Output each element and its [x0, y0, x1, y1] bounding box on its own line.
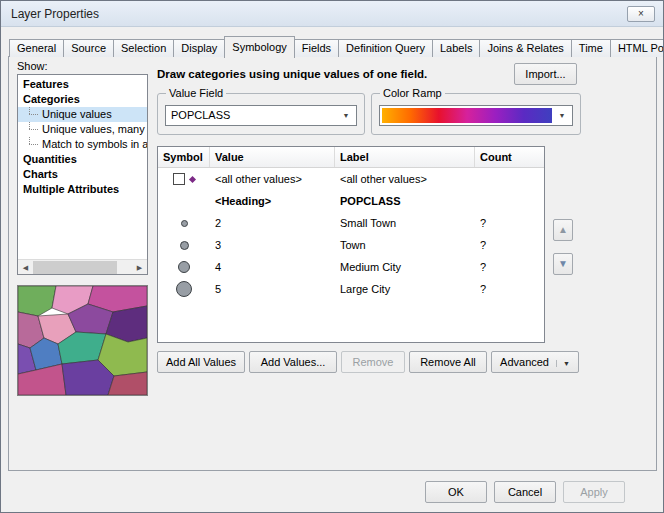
count-cell: ? [475, 217, 544, 229]
symbology-tab-page: Show: Features Categories Unique values … [8, 56, 657, 471]
label-cell: Town [335, 239, 475, 251]
add-values-button[interactable]: Add Values... [249, 351, 337, 373]
all-other-values-checkbox[interactable] [173, 173, 185, 185]
scrollbar-thumb[interactable] [33, 261, 117, 274]
value-cell: 5 [210, 283, 335, 295]
value-field-dropdown[interactable]: POPCLASS ▼ [165, 105, 357, 126]
value-field-group: Value Field POPCLASS ▼ [157, 93, 365, 135]
tab-source[interactable]: Source [63, 39, 114, 57]
move-down-button[interactable]: ▼ [553, 253, 573, 275]
tab-general[interactable]: General [9, 39, 64, 57]
label-cell: POPCLASS [335, 195, 475, 207]
value-field-label: Value Field [166, 87, 226, 99]
show-tree: Features Categories Unique values Unique… [17, 74, 148, 275]
table-header: Symbol Value Label Count [158, 147, 544, 168]
import-button[interactable]: Import... [514, 63, 577, 85]
symbol-cell [158, 281, 210, 297]
advanced-button[interactable]: Advanced▼ [491, 351, 579, 373]
tree-item-features[interactable]: Features [18, 77, 147, 92]
close-button[interactable]: × [627, 6, 655, 22]
graduated-circle-symbol[interactable] [176, 281, 192, 297]
graduated-circle-symbol[interactable] [180, 241, 189, 250]
layer-properties-dialog: Layer Properties × General Source Select… [0, 0, 664, 513]
apply-button[interactable]: Apply [563, 481, 625, 503]
symbol-cell [158, 220, 210, 227]
titlebar[interactable]: Layer Properties × [1, 1, 663, 27]
symbol-cell [158, 173, 210, 185]
label-cell: Large City [335, 283, 475, 295]
color-ramp-dropdown[interactable]: ▼ [379, 105, 573, 126]
value-cell: <Heading> [210, 195, 335, 207]
remove-button[interactable]: Remove [341, 351, 405, 373]
tree-horizontal-scrollbar[interactable]: ◀ ▶ [18, 259, 147, 274]
chevron-down-icon[interactable]: ▼ [338, 106, 354, 125]
add-all-values-button[interactable]: Add All Values [157, 351, 245, 373]
value-field-selected-value: POPCLASS [166, 106, 356, 125]
count-cell: ? [475, 283, 544, 295]
symbol-cell [158, 241, 210, 250]
value-cell: 2 [210, 217, 335, 229]
column-header-count[interactable]: Count [475, 147, 544, 167]
tab-joins-relates[interactable]: Joins & Relates [479, 39, 571, 57]
graduated-circle-symbol[interactable] [178, 261, 190, 273]
tree-item-multiple-attributes[interactable]: Multiple Attributes [18, 182, 147, 197]
table-row[interactable]: 3 Town ? [158, 234, 544, 256]
scroll-right-icon[interactable]: ▶ [132, 260, 147, 275]
ok-button[interactable]: OK [425, 481, 487, 503]
tree-item-categories[interactable]: Categories [18, 92, 147, 107]
value-cell: <all other values> [210, 173, 335, 185]
advanced-button-label: Advanced [500, 356, 549, 368]
column-header-label[interactable]: Label [335, 147, 475, 167]
table-row[interactable]: <all other values> <all other values> [158, 168, 544, 190]
tab-strip: General Source Selection Display Symbolo… [9, 35, 664, 57]
chevron-down-icon: ▼ [556, 360, 570, 367]
graduated-circle-symbol[interactable] [181, 220, 188, 227]
label-cell: Medium City [335, 261, 475, 273]
instruction-text: Draw categories using unique values of o… [157, 68, 427, 80]
tree-item-quantities[interactable]: Quantities [18, 152, 147, 167]
tab-display[interactable]: Display [173, 39, 225, 57]
count-cell: ? [475, 239, 544, 251]
map-preview [17, 285, 148, 396]
tab-fields[interactable]: Fields [294, 39, 339, 57]
label-cell: <all other values> [335, 173, 475, 185]
remove-all-button[interactable]: Remove All [409, 351, 487, 373]
show-label: Show: [17, 60, 48, 72]
tab-selection[interactable]: Selection [113, 39, 174, 57]
tree-item-unique-values-many[interactable]: Unique values, many [18, 122, 147, 137]
move-up-button[interactable]: ▲ [553, 219, 573, 241]
chevron-down-icon[interactable]: ▼ [554, 106, 570, 125]
arrow-up-icon: ▲ [558, 224, 568, 235]
table-row[interactable]: <Heading> POPCLASS [158, 190, 544, 212]
value-cell: 4 [210, 261, 335, 273]
table-row[interactable]: 2 Small Town ? [158, 212, 544, 234]
tab-symbology[interactable]: Symbology [224, 36, 294, 58]
tab-time[interactable]: Time [571, 39, 611, 57]
tree-item-charts[interactable]: Charts [18, 167, 147, 182]
tab-html-popup[interactable]: HTML Popup [610, 39, 664, 57]
color-ramp-preview [382, 108, 552, 123]
values-table: Symbol Value Label Count <all other valu… [157, 146, 545, 343]
column-header-symbol[interactable]: Symbol [158, 147, 210, 167]
table-row[interactable]: 5 Large City ? [158, 278, 544, 300]
value-cell: 3 [210, 239, 335, 251]
close-icon: × [638, 8, 644, 19]
table-row[interactable]: 4 Medium City ? [158, 256, 544, 278]
map-preview-svg [18, 286, 147, 395]
count-cell: ? [475, 261, 544, 273]
column-header-value[interactable]: Value [210, 147, 335, 167]
tab-labels[interactable]: Labels [432, 39, 480, 57]
scroll-left-icon[interactable]: ◀ [18, 260, 33, 275]
color-ramp-group: Color Ramp ▼ [371, 93, 581, 135]
window-title: Layer Properties [11, 1, 99, 27]
label-cell: Small Town [335, 217, 475, 229]
color-ramp-label: Color Ramp [380, 87, 445, 99]
cancel-button[interactable]: Cancel [494, 481, 556, 503]
tree-item-unique-values[interactable]: Unique values [18, 107, 147, 122]
tree-item-match-to-symbols[interactable]: Match to symbols in a [18, 137, 147, 152]
tab-definition-query[interactable]: Definition Query [338, 39, 433, 57]
all-other-values-symbol[interactable] [189, 175, 196, 182]
symbol-cell [158, 261, 210, 273]
arrow-down-icon: ▼ [558, 258, 568, 269]
